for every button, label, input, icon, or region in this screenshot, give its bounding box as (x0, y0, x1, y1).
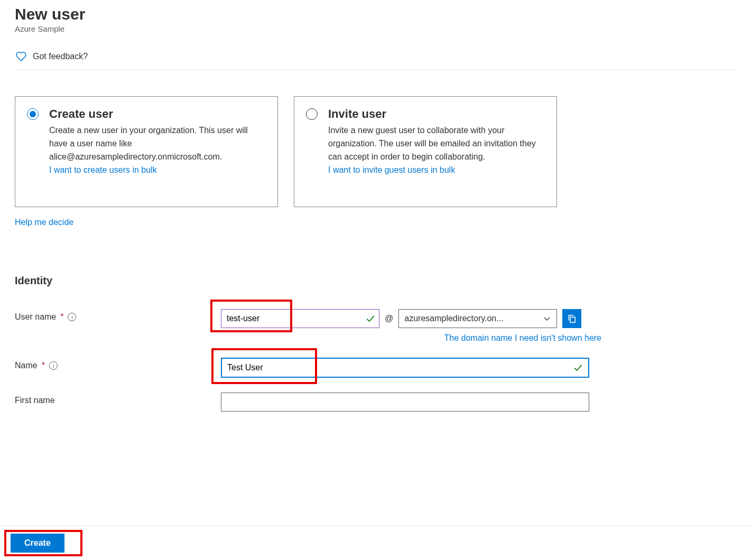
option-invite-desc: Invite a new guest user to collaborate w… (328, 124, 545, 163)
checkmark-icon (366, 314, 375, 323)
page-subtitle: Azure Sample (15, 24, 737, 33)
name-input[interactable] (221, 358, 589, 378)
domain-not-shown-link[interactable]: The domain name I need isn't shown here (444, 333, 601, 342)
identity-heading: Identity (15, 275, 737, 287)
firstname-label: First name (15, 396, 55, 405)
option-invite-user[interactable]: Invite user Invite a new guest user to c… (294, 96, 557, 207)
radio-invite-user[interactable] (306, 108, 318, 120)
page-title: New user (15, 5, 737, 23)
bulk-invite-link[interactable]: I want to invite guest users in bulk (328, 165, 455, 174)
checkmark-icon (573, 363, 583, 372)
name-label: Name (15, 361, 38, 370)
help-me-decide-link[interactable]: Help me decide (15, 218, 73, 227)
username-input[interactable] (221, 309, 379, 328)
bulk-create-link[interactable]: I want to create users in bulk (49, 165, 157, 174)
copy-icon (567, 314, 577, 323)
option-create-title: Create user (49, 107, 266, 121)
option-invite-title: Invite user (328, 107, 545, 121)
firstname-input[interactable] (221, 393, 589, 412)
chevron-down-icon (543, 314, 551, 323)
heart-icon (15, 50, 27, 63)
feedback-label: Got feedback? (33, 52, 88, 61)
at-sign: @ (385, 314, 393, 323)
info-icon[interactable]: i (49, 361, 58, 370)
feedback-link[interactable]: Got feedback? (15, 44, 737, 70)
domain-dropdown[interactable]: azuresampledirectory.on... (398, 309, 557, 328)
radio-create-user[interactable] (27, 108, 39, 120)
option-create-user[interactable]: Create user Create a new user in your or… (15, 96, 278, 207)
option-create-desc: Create a new user in your organization. … (49, 124, 266, 163)
domain-value: azuresampledirectory.on... (404, 314, 503, 323)
svg-rect-0 (570, 318, 575, 323)
info-icon[interactable]: i (68, 313, 76, 321)
required-asterisk: * (60, 312, 63, 322)
required-asterisk: * (42, 361, 45, 370)
username-label: User name (15, 312, 56, 322)
copy-button[interactable] (562, 309, 581, 328)
